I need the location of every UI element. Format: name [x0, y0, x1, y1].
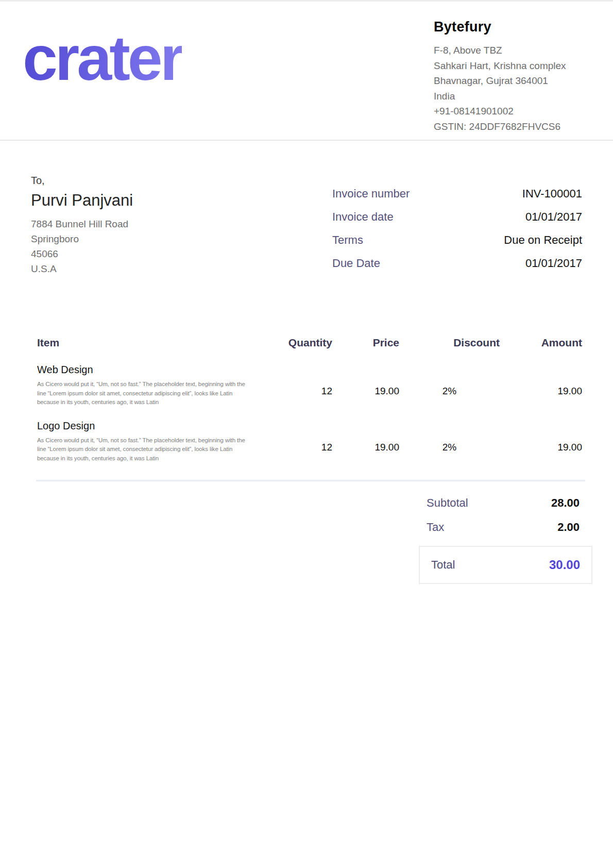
recipient-name: Purvi Panjvani	[31, 191, 133, 210]
tax-value: 2.00	[557, 521, 580, 534]
company-phone: +91-08141901002	[434, 104, 566, 119]
tax-label: Tax	[427, 521, 444, 534]
item-quantity-value: 12	[252, 442, 332, 453]
item-discount-value: 2%	[399, 442, 500, 453]
item-description: As Cicero would put it, “Um, not so fast…	[37, 436, 252, 463]
recipient-block: To, Purvi Panjvani 7884 Bunnel Hill Road…	[31, 175, 133, 276]
recipient-address-line: U.S.A	[31, 261, 133, 276]
company-info: Bytefury F-8, Above TBZ Sahkari Hart, Kr…	[434, 19, 566, 134]
terms-label: Terms	[332, 233, 363, 247]
recipient-address-line: Springboro	[31, 231, 133, 246]
page-header: crater Bytefury F-8, Above TBZ Sahkari H…	[0, 2, 613, 141]
meta-row-due-date: Due Date 01/01/2017	[332, 257, 582, 270]
table-header-row: Item Quantity Price Discount Amount	[37, 337, 582, 349]
item-cell: Web Design As Cicero would put it, “Um, …	[37, 363, 252, 407]
company-address-line: Bhavnagar, Gujrat 364001	[434, 73, 566, 89]
column-header-discount: Discount	[399, 337, 500, 349]
tax-row: Tax 2.00	[427, 521, 580, 534]
meta-row-invoice-date: Invoice date 01/01/2017	[332, 210, 582, 224]
company-gstin: GSTIN: 24DDF7682FHVCS6	[434, 119, 566, 135]
column-header-item: Item	[37, 337, 252, 349]
column-header-amount: Amount	[500, 337, 582, 349]
total-box: Total 30.00	[419, 546, 592, 584]
terms-value: Due on Receipt	[504, 233, 582, 247]
total-label: Total	[431, 558, 455, 572]
items-divider	[36, 480, 585, 481]
column-header-price: Price	[332, 337, 399, 349]
subtotal-value: 28.00	[551, 496, 580, 510]
item-amount-value: 19.00	[500, 442, 582, 453]
recipient-address-line: 7884 Bunnel Hill Road	[31, 216, 133, 231]
subtotal-label: Subtotal	[427, 496, 468, 510]
invoice-meta: Invoice number INV-100001 Invoice date 0…	[332, 187, 582, 280]
crater-logo: crater	[23, 25, 182, 91]
company-address-line: India	[434, 89, 566, 104]
invoice-page: crater Bytefury F-8, Above TBZ Sahkari H…	[0, 0, 613, 868]
item-price-value: 19.00	[332, 386, 399, 397]
company-address-line: Sahkari Hart, Krishna complex	[434, 58, 566, 74]
item-amount-value: 19.00	[500, 386, 582, 397]
invoice-number-label: Invoice number	[332, 187, 410, 201]
invoice-number-value: INV-100001	[522, 187, 582, 201]
recipient-salutation: To,	[31, 175, 133, 187]
meta-row-invoice-number: Invoice number INV-100001	[332, 187, 582, 201]
item-price-value: 19.00	[332, 442, 399, 453]
item-discount-value: 2%	[399, 386, 500, 397]
invoice-date-value: 01/01/2017	[525, 210, 582, 224]
totals-section: Subtotal 28.00 Tax 2.00	[427, 496, 580, 545]
subtotal-row: Subtotal 28.00	[427, 496, 580, 510]
column-header-quantity: Quantity	[252, 337, 332, 349]
items-table: Item Quantity Price Discount Amount Web …	[37, 337, 582, 463]
recipient-address-line: 45066	[31, 246, 133, 261]
company-name: Bytefury	[434, 19, 566, 35]
table-row: Web Design As Cicero would put it, “Um, …	[37, 363, 582, 407]
invoice-date-label: Invoice date	[332, 210, 394, 224]
total-value: 30.00	[549, 558, 580, 572]
item-description: As Cicero would put it, “Um, not so fast…	[37, 380, 252, 407]
item-cell: Logo Design As Cicero would put it, “Um,…	[37, 419, 252, 463]
company-address-line: F-8, Above TBZ	[434, 43, 566, 58]
table-row: Logo Design As Cicero would put it, “Um,…	[37, 419, 582, 463]
item-name: Logo Design	[37, 419, 252, 432]
item-name: Web Design	[37, 363, 252, 376]
meta-row-terms: Terms Due on Receipt	[332, 233, 582, 247]
due-date-label: Due Date	[332, 257, 380, 270]
due-date-value: 01/01/2017	[525, 257, 582, 270]
item-quantity-value: 12	[252, 386, 332, 397]
